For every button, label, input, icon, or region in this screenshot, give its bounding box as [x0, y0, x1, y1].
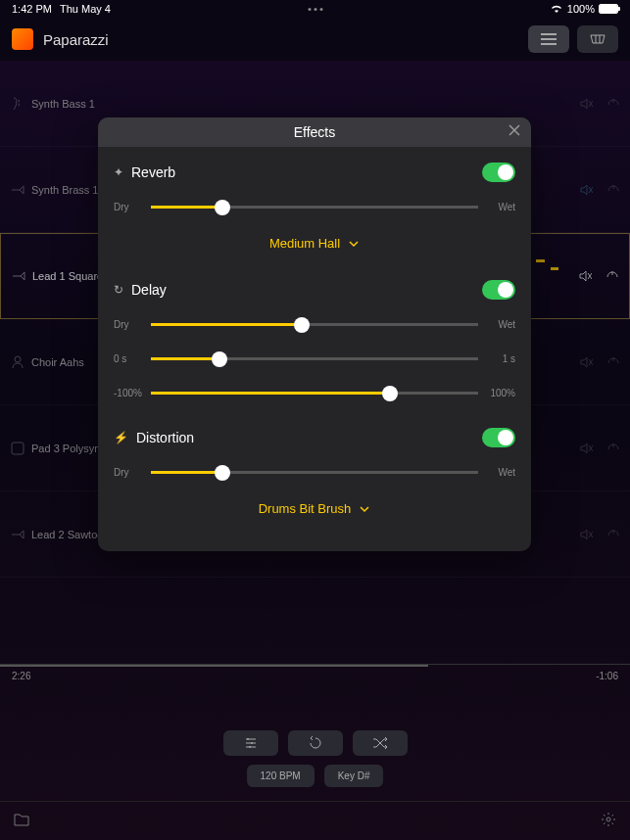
svg-rect-1: [12, 443, 24, 454]
bass-clef-icon: [10, 96, 25, 112]
brass-icon: [10, 182, 25, 198]
delay-section: ↻ Delay Dry Wet 0 s 1 s: [114, 280, 515, 398]
distortion-mix-slider[interactable]: [151, 471, 478, 474]
shuffle-icon: [372, 737, 388, 749]
solo-icon[interactable]: [606, 97, 620, 111]
status-date: Thu May 4: [60, 3, 111, 15]
choir-icon: [10, 354, 25, 370]
progress-indicator: [0, 665, 428, 667]
view-button[interactable]: [577, 25, 618, 53]
distortion-icon: ⚡: [114, 431, 128, 444]
bpm-button[interactable]: 120 BPM: [247, 765, 315, 787]
time-elapsed: 2:26: [12, 671, 30, 687]
distortion-label: Distortion: [136, 430, 194, 445]
close-button[interactable]: [508, 123, 521, 141]
song-info: 120 BPM Key D#: [247, 765, 384, 787]
chevron-down-icon: [348, 240, 360, 248]
bottom-bar: [0, 801, 630, 840]
reverb-mix-slider[interactable]: [151, 206, 478, 209]
battery-percent: 100%: [567, 3, 595, 15]
multitask-dots: [308, 8, 322, 11]
slider-label-right: 1 s: [488, 353, 515, 364]
distortion-toggle[interactable]: [482, 428, 515, 447]
delay-mix-slider[interactable]: [151, 323, 478, 326]
files-button[interactable]: [14, 813, 29, 830]
slider-thumb[interactable]: [215, 465, 230, 481]
slider-thumb[interactable]: [212, 351, 227, 367]
rewind-button[interactable]: [288, 730, 343, 756]
solo-icon[interactable]: [606, 355, 620, 369]
slider-thumb[interactable]: [294, 317, 310, 333]
eq-button[interactable]: [223, 730, 278, 756]
delay-icon: ↻: [114, 283, 123, 297]
delay-feedback-slider[interactable]: [151, 392, 478, 395]
menu-button[interactable]: [528, 25, 569, 53]
battery-icon: [599, 4, 618, 14]
modal-title: Effects: [294, 124, 336, 140]
track-name: Synth Brass 1: [31, 184, 98, 196]
solo-icon[interactable]: [606, 183, 620, 197]
mute-icon[interactable]: [578, 269, 592, 283]
reverb-toggle[interactable]: [482, 163, 515, 182]
track-name: Lead 1 Square: [32, 270, 103, 282]
reverb-label: Reverb: [131, 164, 175, 180]
gear-icon: [601, 812, 616, 827]
slider-thumb[interactable]: [382, 386, 398, 401]
app-icon: [12, 28, 33, 50]
mute-icon[interactable]: [579, 355, 593, 369]
reverb-section: ✦ Reverb Dry Wet Medium Hall: [114, 163, 515, 251]
pad-icon: [10, 441, 25, 456]
solo-icon[interactable]: [606, 269, 619, 283]
settings-button[interactable]: [601, 812, 616, 831]
time-remaining: -1:06: [596, 671, 618, 687]
lead-icon: [11, 268, 26, 284]
lead-icon: [10, 527, 25, 542]
sliders-icon: [244, 737, 258, 749]
track-name: Synth Bass 1: [31, 98, 95, 110]
delay-label: Delay: [131, 282, 167, 298]
rewind-icon: [309, 736, 322, 750]
status-bar: 1:42 PM Thu May 4 100%: [0, 0, 630, 18]
slider-label-left: Dry: [114, 319, 141, 330]
reverb-preset-dropdown[interactable]: Medium Hall: [114, 236, 515, 251]
mute-icon[interactable]: [579, 528, 593, 541]
reverb-icon: ✦: [114, 165, 123, 179]
close-icon: [508, 123, 521, 137]
preset-label: Drums Bit Brush: [259, 501, 352, 516]
delay-toggle[interactable]: [482, 280, 515, 300]
shuffle-button[interactable]: [353, 730, 408, 756]
key-button[interactable]: Key D#: [324, 765, 384, 787]
slider-label-right: Wet: [488, 202, 515, 212]
slider-label-right: 100%: [488, 388, 515, 398]
slider-thumb[interactable]: [215, 200, 230, 215]
track-name: Choir Aahs: [31, 356, 84, 368]
perspective-icon: [589, 33, 606, 45]
app-header: Paparazzi: [0, 18, 630, 61]
effects-modal: Effects ✦ Reverb Dry Wet: [98, 117, 531, 551]
chevron-down-icon: [359, 505, 370, 513]
mute-icon[interactable]: [579, 442, 593, 455]
mute-icon[interactable]: [579, 183, 593, 197]
menu-icon: [541, 33, 557, 45]
svg-point-0: [15, 356, 21, 362]
distortion-section: ⚡ Distortion Dry Wet Drums Bit Brush: [114, 428, 515, 516]
slider-label-left: 0 s: [114, 353, 141, 364]
svg-point-2: [606, 817, 610, 821]
solo-icon[interactable]: [606, 528, 620, 541]
timeline[interactable]: 2:26 -1:06: [0, 664, 630, 693]
distortion-preset-dropdown[interactable]: Drums Bit Brush: [114, 501, 515, 516]
slider-label-left: Dry: [114, 202, 141, 212]
slider-label-right: Wet: [488, 467, 515, 478]
folder-icon: [14, 813, 29, 826]
modal-header: Effects: [98, 117, 531, 147]
transport-controls: [223, 730, 408, 756]
status-time: 1:42 PM: [12, 3, 52, 15]
slider-label-left: Dry: [114, 467, 141, 478]
song-title: Paparazzi: [43, 31, 109, 48]
delay-time-slider[interactable]: [151, 357, 478, 360]
preset-label: Medium Hall: [269, 236, 340, 251]
mute-icon[interactable]: [579, 97, 593, 111]
slider-label-left: -100%: [114, 388, 141, 398]
solo-icon[interactable]: [606, 442, 620, 455]
wifi-icon: [550, 4, 563, 14]
